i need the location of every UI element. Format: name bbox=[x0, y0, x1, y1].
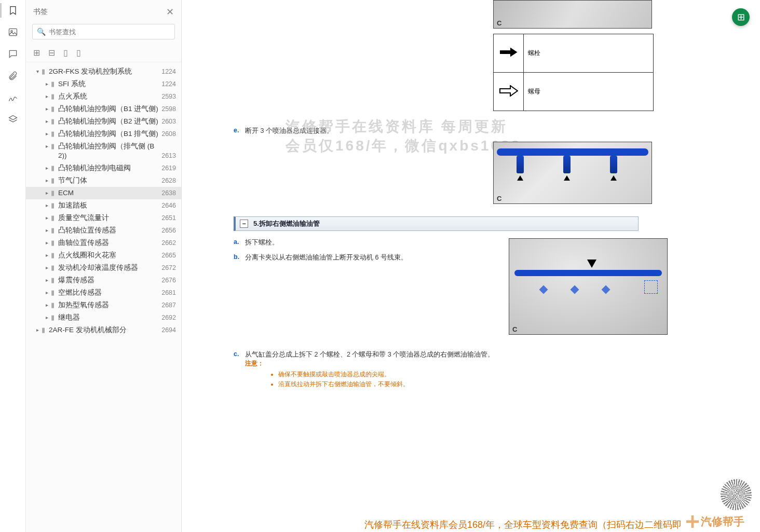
bookmark-item-17[interactable]: ▸▮空燃比传感器2681 bbox=[26, 287, 181, 299]
legend-table: 螺栓 螺母 bbox=[493, 34, 654, 111]
bookmark-item-8[interactable]: ▸▮节气门体2628 bbox=[26, 174, 181, 187]
bookmark-label: 凸轮轴机油控制阀（排气侧 (B2)) bbox=[58, 142, 158, 160]
hollow-arrow-icon bbox=[494, 73, 524, 111]
bookmark-item-16[interactable]: ▸▮爆震传感器2676 bbox=[26, 274, 181, 287]
tree-arrow-icon[interactable]: ▸ bbox=[46, 238, 51, 248]
bookmark-page: 2593 bbox=[158, 92, 176, 101]
bookmark-page: 2603 bbox=[158, 117, 176, 126]
bookmark-item-4[interactable]: ▸▮凸轮轴机油控制阀（B2 进气侧)2603 bbox=[26, 115, 181, 128]
tree-arrow-icon[interactable]: ▸ bbox=[46, 276, 51, 285]
bookmark-item-20[interactable]: ▸▮2AR-FE 发动机机械部分2694 bbox=[26, 324, 181, 336]
step-c: c. 从气缸盖分总成上拆下 2 个螺栓、2 个螺母和带 3 个喷油器总成的右侧燃… bbox=[234, 350, 670, 390]
bookmark-item-19[interactable]: ▸▮继电器2692 bbox=[26, 311, 181, 324]
bookmark-item-15[interactable]: ▸▮发动机冷却液温度传感器2672 bbox=[26, 262, 181, 274]
bookmark-page: 2638 bbox=[158, 188, 176, 198]
bookmark-item-6[interactable]: ▸▮凸轮轴机油控制阀（排气侧 (B2))2613 bbox=[26, 140, 181, 162]
caution-list: 确保不要触摸或敲击喷油器总成的尖端。 沿直线拉动并拆下右侧燃油输油管，不要倾斜。 bbox=[271, 370, 670, 389]
bookmarks-sidebar: 书签 ✕ 🔍 ⊞ ⊟ ▯ ▯ ▾▮2GR-FKS 发动机控制系统1224▸▮SF… bbox=[26, 0, 182, 532]
bookmark-ribbon-icon: ▮ bbox=[51, 276, 58, 285]
bookmark-ribbon-icon: ▮ bbox=[51, 104, 58, 114]
image-icon[interactable] bbox=[7, 26, 19, 38]
tree-arrow-icon[interactable]: ▸ bbox=[46, 263, 51, 272]
search-input[interactable] bbox=[49, 28, 170, 36]
toolkit-badge-icon[interactable]: ⊞ bbox=[732, 8, 750, 26]
tree-arrow-icon[interactable]: ▸ bbox=[46, 129, 51, 139]
bookmark-ribbon-icon: ▮ bbox=[42, 67, 49, 76]
bookmark-label: 发动机冷却液温度传感器 bbox=[58, 263, 158, 272]
bookmark-label: 空燃比传感器 bbox=[58, 288, 158, 297]
bookmark-item-5[interactable]: ▸▮凸轮轴机油控制阀（B1 排气侧)2608 bbox=[26, 128, 181, 140]
section-5-header[interactable]: − 5.拆卸右侧燃油输油管 bbox=[234, 216, 639, 231]
bookmark-label: 爆震传感器 bbox=[58, 276, 158, 285]
bookmark-label: 凸轮轴机油控制阀（B1 进气侧) bbox=[58, 104, 158, 114]
bookmark-label: 点火系统 bbox=[58, 92, 158, 101]
add-bookmark-icon[interactable]: ▯ bbox=[63, 48, 68, 58]
bookmark-options-icon[interactable]: ▯ bbox=[76, 48, 81, 58]
bookmark-ribbon-icon: ▮ bbox=[51, 226, 58, 235]
bookmark-icon[interactable] bbox=[7, 4, 19, 17]
tree-arrow-icon[interactable]: ▾ bbox=[36, 67, 42, 76]
bookmark-item-10[interactable]: ▸▮加速踏板2646 bbox=[26, 199, 181, 212]
bookmark-ribbon-icon: ▮ bbox=[51, 79, 58, 89]
bookmark-item-11[interactable]: ▸▮质量空气流量计2651 bbox=[26, 212, 181, 224]
tree-arrow-icon[interactable]: ▸ bbox=[46, 104, 51, 114]
expand-all-icon[interactable]: ⊞ bbox=[33, 48, 40, 58]
bookmark-item-18[interactable]: ▸▮加热型氧传感器2687 bbox=[26, 299, 181, 311]
close-icon[interactable]: ✕ bbox=[166, 6, 174, 18]
bookmark-ribbon-icon: ▮ bbox=[51, 129, 58, 139]
tree-arrow-icon[interactable]: ▸ bbox=[46, 301, 51, 310]
attachment-icon[interactable] bbox=[7, 70, 19, 82]
bookmark-ribbon-icon: ▮ bbox=[51, 288, 58, 297]
bookmark-search[interactable]: 🔍 bbox=[32, 24, 175, 39]
bookmark-item-13[interactable]: ▸▮曲轴位置传感器2662 bbox=[26, 237, 181, 249]
bookmark-page: 2681 bbox=[158, 288, 176, 297]
bookmark-page: 2665 bbox=[158, 251, 176, 260]
tree-arrow-icon[interactable]: ▸ bbox=[36, 325, 42, 335]
bookmark-item-1[interactable]: ▸▮SFI 系统1224 bbox=[26, 78, 181, 90]
layers-icon[interactable] bbox=[7, 113, 19, 126]
tree-arrow-icon[interactable]: ▸ bbox=[46, 213, 51, 223]
bookmark-label: 节气门体 bbox=[58, 176, 158, 185]
tree-arrow-icon[interactable]: ▸ bbox=[46, 163, 51, 173]
bookmark-item-3[interactable]: ▸▮凸轮轴机油控制阀（B1 进气侧)2598 bbox=[26, 103, 181, 115]
tree-arrow-icon[interactable]: ▸ bbox=[46, 251, 51, 260]
collapse-icon[interactable]: − bbox=[240, 220, 248, 228]
bookmark-item-9[interactable]: ▸▮ECM2638 bbox=[26, 187, 181, 199]
bookmark-item-12[interactable]: ▸▮凸轮轴位置传感器2656 bbox=[26, 224, 181, 237]
signature-icon[interactable] bbox=[7, 91, 19, 104]
tree-arrow-icon[interactable]: ▸ bbox=[46, 79, 51, 89]
bookmark-item-2[interactable]: ▸▮点火系统2593 bbox=[26, 90, 181, 103]
tree-arrow-icon[interactable]: ▸ bbox=[46, 176, 51, 185]
bookmark-tree[interactable]: ▾▮2GR-FKS 发动机控制系统1224▸▮SFI 系统1224▸▮点火系统2… bbox=[26, 62, 181, 532]
tree-arrow-icon[interactable]: ▸ bbox=[46, 92, 51, 101]
bookmark-label: 凸轮轴机油控制阀（B1 排气侧) bbox=[58, 129, 158, 139]
bookmark-ribbon-icon: ▮ bbox=[51, 176, 58, 185]
bookmark-page: 2646 bbox=[158, 201, 176, 210]
tree-arrow-icon[interactable]: ▸ bbox=[46, 313, 51, 322]
legend-bolt: 螺栓 bbox=[524, 34, 654, 73]
bookmark-ribbon-icon: ▮ bbox=[51, 142, 58, 151]
tree-arrow-icon[interactable]: ▸ bbox=[46, 117, 51, 126]
bookmark-ribbon-icon: ▮ bbox=[51, 201, 58, 210]
tree-arrow-icon[interactable]: ▸ bbox=[46, 188, 51, 198]
bookmark-ribbon-icon: ▮ bbox=[51, 92, 58, 101]
bookmark-ribbon-icon: ▮ bbox=[42, 325, 49, 335]
bookmark-label: 加热型氧传感器 bbox=[58, 301, 158, 310]
collapse-all-icon[interactable]: ⊟ bbox=[48, 48, 55, 58]
bookmark-item-7[interactable]: ▸▮凸轮轴机油控制电磁阀2619 bbox=[26, 162, 181, 174]
tree-arrow-icon[interactable]: ▸ bbox=[46, 288, 51, 297]
bookmark-page: 2619 bbox=[158, 163, 176, 173]
comment-icon[interactable] bbox=[7, 48, 19, 60]
bookmark-label: 2AR-FE 发动机机械部分 bbox=[49, 325, 158, 335]
tree-arrow-icon[interactable]: ▸ bbox=[46, 142, 51, 151]
bookmark-label: SFI 系统 bbox=[58, 79, 158, 89]
bookmark-item-14[interactable]: ▸▮点火线圈和火花塞2665 bbox=[26, 249, 181, 262]
document-content[interactable]: ⊞ C 螺栓 螺母 汽修帮手在线资料库 每周更新 会员仅168/年，微信qxbs… bbox=[182, 0, 760, 532]
bookmark-label: 凸轮轴机油控制阀（B2 进气侧) bbox=[58, 117, 158, 126]
qr-code-icon[interactable] bbox=[721, 479, 752, 510]
bookmark-item-0[interactable]: ▾▮2GR-FKS 发动机控制系统1224 bbox=[26, 65, 181, 78]
bookmark-label: 继电器 bbox=[58, 313, 158, 322]
tree-arrow-icon[interactable]: ▸ bbox=[46, 201, 51, 210]
icon-rail bbox=[0, 0, 26, 532]
tree-arrow-icon[interactable]: ▸ bbox=[46, 226, 51, 235]
